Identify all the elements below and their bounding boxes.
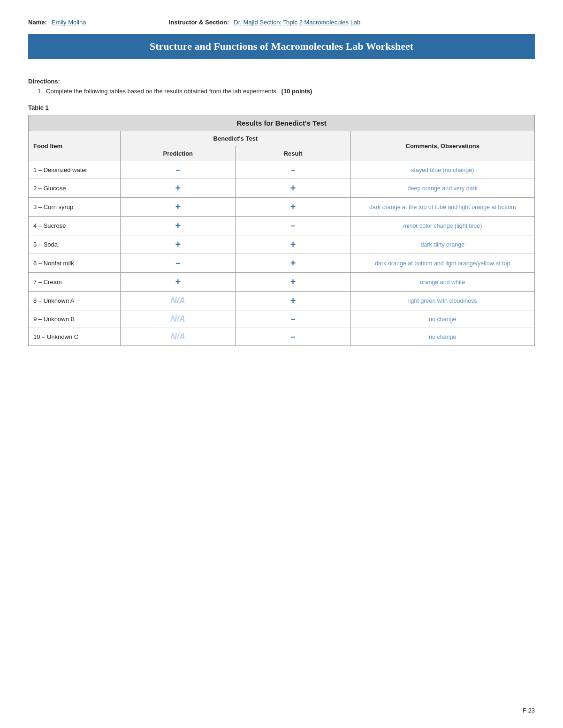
prediction-cell: N/A xyxy=(121,292,236,310)
prediction-header: Prediction xyxy=(121,146,236,161)
header: Name: Emily Molina Instructor & Section:… xyxy=(28,19,535,26)
page-title: Structure and Functions of Macromolecule… xyxy=(28,34,535,59)
food-item-cell: 7 – Cream xyxy=(29,273,121,292)
result-cell: – xyxy=(236,328,350,346)
comment-cell: stayed blue (no change) xyxy=(350,161,534,179)
instructor-label: Instructor & Section: xyxy=(169,19,229,26)
comment-cell: no change xyxy=(350,328,534,346)
prediction-cell: + xyxy=(121,179,236,198)
table-row: 7 – Cream++orange and white xyxy=(29,273,535,292)
prediction-cell: + xyxy=(121,235,236,254)
comments-header: Comments, Observations xyxy=(350,131,534,161)
comment-cell: dark dirty orange xyxy=(350,235,534,254)
prediction-cell: N/A xyxy=(121,328,236,346)
comment-cell: dark orange at bottom and light orange/y… xyxy=(350,254,534,273)
food-item-cell: 9 – Unknown B xyxy=(29,310,121,328)
result-cell: – xyxy=(236,310,350,328)
table-row: 3 – Corn syrup++dark orange at the top o… xyxy=(29,198,535,217)
directions-item: 1. Complete the following tables based o… xyxy=(38,88,535,95)
comment-cell: dark orange at the top of tube and light… xyxy=(350,198,534,217)
comment-cell: deep orange and very dark xyxy=(350,179,534,198)
food-item-cell: 5 – Soda xyxy=(29,235,121,254)
name-value: Emily Molina xyxy=(52,19,145,26)
page-number: F 23 xyxy=(523,707,535,714)
directions-section: Directions: 1. Complete the following ta… xyxy=(28,78,535,95)
food-item-cell: 3 – Corn syrup xyxy=(29,198,121,217)
result-cell: + xyxy=(236,198,350,217)
result-cell: + xyxy=(236,254,350,273)
benedict-header: Benedict's Test xyxy=(121,131,350,146)
prediction-cell: – xyxy=(121,161,236,179)
table-row: 6 – Nonfat milk–+dark orange at bottom a… xyxy=(29,254,535,273)
name-label: Name: xyxy=(28,19,47,26)
table-row: 2 – Glucose++deep orange and very dark xyxy=(29,179,535,198)
table-title: Results for Benedict's Test xyxy=(29,115,535,131)
prediction-cell: + xyxy=(121,217,236,235)
table-row: 1 – Deionized water––stayed blue (no cha… xyxy=(29,161,535,179)
food-item-cell: 10 – Unknown C xyxy=(29,328,121,346)
table-row: 9 – Unknown BN/A–no change xyxy=(29,310,535,328)
result-cell: + xyxy=(236,235,350,254)
prediction-cell: – xyxy=(121,254,236,273)
column-header-row: Food Item Benedict's Test Comments, Obse… xyxy=(29,131,535,146)
food-item-cell: 4 – Sucrose xyxy=(29,217,121,235)
comment-cell: no change xyxy=(350,310,534,328)
result-cell: + xyxy=(236,273,350,292)
prediction-cell: + xyxy=(121,198,236,217)
comment-cell: minor color change (light blue) xyxy=(350,217,534,235)
result-cell: + xyxy=(236,292,350,310)
comment-cell: light green with cloudiness xyxy=(350,292,534,310)
prediction-cell: N/A xyxy=(121,310,236,328)
table-title-row: Results for Benedict's Test xyxy=(29,115,535,131)
comment-cell: orange and white xyxy=(350,273,534,292)
benedict-test-table: Results for Benedict's Test Food Item Be… xyxy=(28,115,535,346)
result-cell: – xyxy=(236,217,350,235)
instructor-value: Dr. Majid Section: Topic 2 Macromolecule… xyxy=(234,19,360,26)
table-row: 4 – Sucrose+–minor color change (light b… xyxy=(29,217,535,235)
table-label: Table 1 xyxy=(28,104,535,111)
result-cell: + xyxy=(236,179,350,198)
result-cell: – xyxy=(236,161,350,179)
result-header: Result xyxy=(236,146,350,161)
food-item-cell: 2 – Glucose xyxy=(29,179,121,198)
table-row: 8 – Unknown AN/A+light green with cloudi… xyxy=(29,292,535,310)
prediction-cell: + xyxy=(121,273,236,292)
directions-label: Directions: xyxy=(28,78,535,85)
table-row: 10 – Unknown CN/A–no change xyxy=(29,328,535,346)
food-item-header: Food Item xyxy=(29,131,121,161)
food-item-cell: 8 – Unknown A xyxy=(29,292,121,310)
table-row: 5 – Soda++dark dirty orange xyxy=(29,235,535,254)
food-item-cell: 6 – Nonfat milk xyxy=(29,254,121,273)
food-item-cell: 1 – Deionized water xyxy=(29,161,121,179)
